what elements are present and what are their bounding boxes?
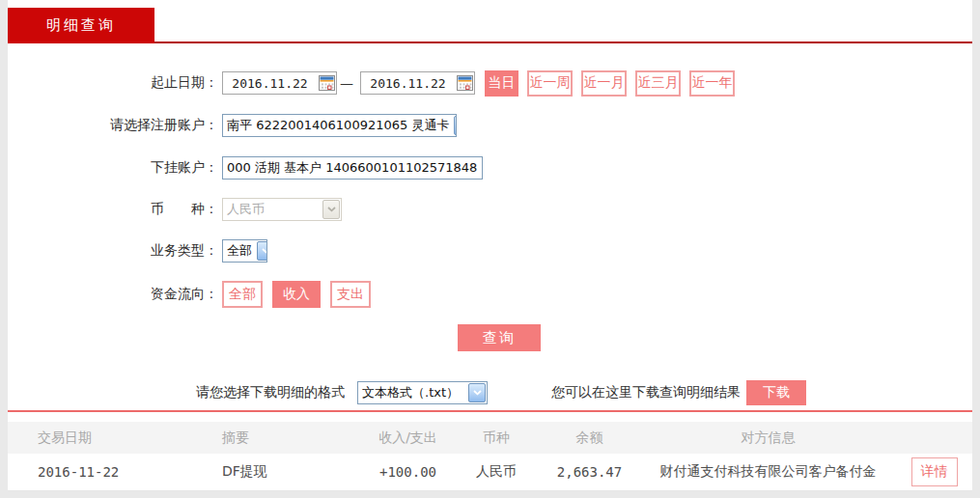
business-type-value: 全部: [223, 242, 256, 260]
header-income-expense: 收入/支出: [362, 422, 454, 454]
header-summary: 摘要: [193, 422, 362, 454]
detail-button[interactable]: 详情: [911, 457, 958, 486]
date-range-row: 起止日期： 2016.11.22 —: [8, 69, 972, 97]
calendar-icon[interactable]: [317, 73, 336, 93]
chevron-down-icon: [322, 200, 340, 219]
quick-range-year-button[interactable]: 近一年: [689, 70, 735, 97]
end-date-input[interactable]: 2016.11.22: [360, 71, 475, 95]
query-button[interactable]: 查询: [458, 324, 541, 351]
fund-flow-income-button[interactable]: 收入: [272, 281, 321, 308]
quick-range-3months-button[interactable]: 近三月: [635, 70, 681, 97]
fund-flow-row: 资金流向： 全部 收入 支出: [8, 281, 972, 308]
header-currency: 币种: [454, 422, 539, 454]
tab-bar: 明细查询: [8, 0, 972, 43]
cell-amount: +100.00: [362, 454, 454, 490]
business-type-label: 业务类型：: [8, 242, 218, 260]
register-account-row: 请选择注册账户： 南平 6222001406100921065 灵通卡: [8, 114, 972, 137]
sub-account-value: 000 活期 基本户 1406600101102571848: [223, 159, 481, 177]
download-format-value: 文本格式（.txt）: [358, 384, 467, 401]
header-counterparty: 对方信息: [640, 422, 896, 454]
register-account-label: 请选择注册账户：: [8, 117, 218, 134]
fund-flow-all-button[interactable]: 全部: [222, 281, 263, 308]
fund-flow-options: 全部 收入 支出: [222, 281, 371, 308]
fund-flow-expense-button[interactable]: 支出: [330, 281, 371, 308]
currency-label: 币 种：: [8, 201, 218, 218]
cell-trade-date: 2016-11-22: [8, 454, 193, 490]
register-account-select[interactable]: 南平 6222001406100921065 灵通卡: [222, 114, 457, 137]
fund-flow-label: 资金流向：: [8, 286, 218, 303]
cell-balance: 2,663.47: [539, 454, 640, 490]
quick-range-month-button[interactable]: 近一月: [581, 70, 627, 97]
chevron-down-icon[interactable]: [454, 116, 457, 135]
chevron-down-icon[interactable]: [257, 241, 267, 261]
business-type-row: 业务类型： 全部: [8, 239, 972, 263]
download-format-label: 请您选择下载明细的格式: [196, 384, 345, 401]
download-row: 请您选择下载明细的格式 文本格式（.txt） 您可以在这里下载查询明细结果 下载: [8, 380, 972, 405]
end-date-value: 2016.11.22: [361, 76, 455, 91]
quick-range-buttons: 当日 近一周 近一月 近三月 近一年: [485, 70, 735, 97]
sub-account-row: 下挂账户： 000 活期 基本户 1406600101102571848: [8, 156, 972, 180]
table-row: 2016-11-22 DF提现 +100.00 人民币 2,663.47 财付通…: [8, 454, 972, 490]
currency-select: 人民币: [222, 198, 342, 221]
chevron-down-icon[interactable]: [482, 158, 483, 178]
header-trade-date: 交易日期: [8, 422, 193, 454]
header-actions: [896, 422, 972, 454]
download-button[interactable]: 下载: [746, 380, 806, 405]
sub-account-select[interactable]: 000 活期 基本户 1406600101102571848: [222, 156, 483, 180]
content-panel: 明细查询 起止日期： 2016.11.22: [8, 0, 972, 491]
start-date-input[interactable]: 2016.11.22: [222, 71, 337, 95]
cell-currency: 人民币: [454, 454, 539, 490]
business-type-select[interactable]: 全部: [222, 239, 267, 263]
currency-value: 人民币: [223, 201, 322, 218]
chevron-down-icon[interactable]: [468, 383, 486, 402]
page: 明细查询 起止日期： 2016.11.22: [0, 0, 980, 498]
quick-range-week-button[interactable]: 近一周: [527, 70, 573, 97]
start-date-value: 2016.11.22: [223, 76, 317, 91]
register-account-value: 南平 6222001406100921065 灵通卡: [223, 117, 453, 134]
header-balance: 余额: [539, 422, 640, 454]
date-range-separator: —: [340, 75, 353, 91]
sub-account-label: 下挂账户：: [8, 159, 218, 177]
currency-row: 币 种： 人民币: [8, 198, 972, 221]
result-separator-line: [8, 410, 972, 412]
tab-detail-query[interactable]: 明细查询: [8, 8, 154, 43]
download-hint: 您可以在这里下载查询明细结果: [551, 384, 741, 401]
calendar-icon[interactable]: [455, 73, 474, 93]
table-header-row: 交易日期 摘要 收入/支出 币种 余额 对方信息: [8, 422, 972, 454]
result-table: 交易日期 摘要 收入/支出 币种 余额 对方信息 2016-11-22 DF提现…: [8, 422, 972, 491]
cell-counterparty: 财付通支付科技有限公司客户备付金: [640, 454, 896, 490]
date-range-label: 起止日期：: [8, 74, 218, 92]
download-format-select[interactable]: 文本格式（.txt）: [357, 381, 488, 404]
quick-range-today-button[interactable]: 当日: [485, 70, 518, 97]
cell-summary: DF提现: [193, 454, 362, 490]
